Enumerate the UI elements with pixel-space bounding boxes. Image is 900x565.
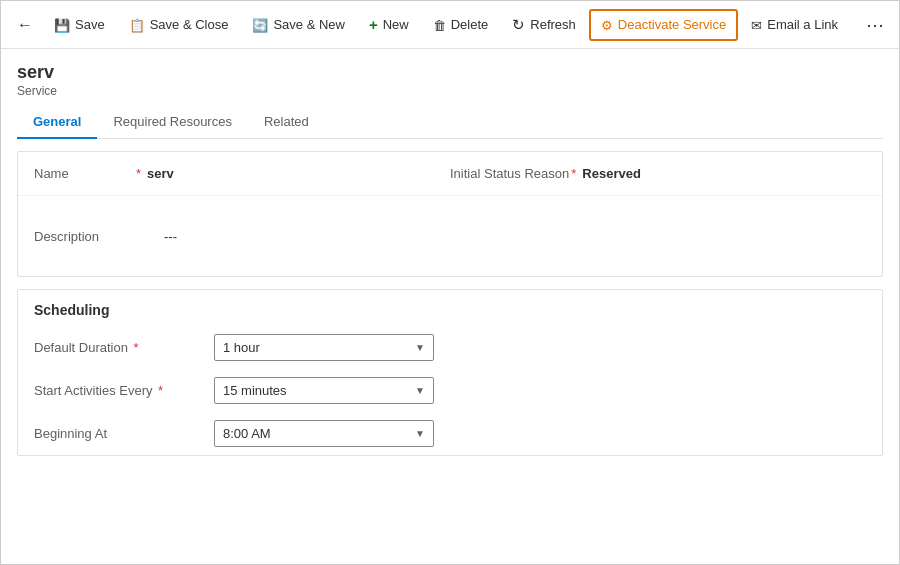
deactivate-button[interactable]: Deactivate Service (589, 9, 738, 41)
default-duration-required: * (134, 340, 139, 355)
beginning-at-control: 8:00 AM ▼ (214, 420, 434, 447)
email-label: Email a Link (767, 17, 838, 32)
save-new-label: Save & New (273, 17, 345, 32)
save-new-icon (252, 17, 268, 33)
beginning-at-label: Beginning At (34, 426, 214, 441)
tab-related[interactable]: Related (248, 106, 325, 139)
default-duration-value: 1 hour (223, 340, 260, 355)
delete-icon (433, 17, 446, 33)
default-duration-arrow: ▼ (415, 342, 425, 353)
tab-general[interactable]: General (17, 106, 97, 139)
scheduling-section: Scheduling Default Duration * 1 hour ▼ S… (17, 289, 883, 456)
new-button[interactable]: New (358, 9, 420, 40)
back-icon (17, 16, 33, 34)
save-close-button[interactable]: Save & Close (118, 10, 240, 40)
app-container: Save Save & Close Save & New New Delete … (0, 0, 900, 565)
general-form-section: Name * serv Initial Status Reason * Rese… (17, 151, 883, 277)
description-value: --- (164, 229, 177, 244)
more-icon: ⋯ (866, 14, 884, 36)
new-label: New (383, 17, 409, 32)
initial-status-label: Initial Status Reason (450, 166, 569, 181)
start-activities-required: * (158, 383, 163, 398)
more-options-button[interactable]: ⋯ (859, 9, 891, 41)
default-duration-control: 1 hour ▼ (214, 334, 434, 361)
save-label: Save (75, 17, 105, 32)
default-duration-dropdown[interactable]: 1 hour ▼ (214, 334, 434, 361)
name-value: serv (147, 166, 174, 181)
default-duration-label: Default Duration * (34, 340, 214, 355)
content-area: serv Service General Required Resources … (1, 49, 899, 564)
back-button[interactable] (9, 9, 41, 41)
tab-required-resources[interactable]: Required Resources (97, 106, 248, 139)
tabs: General Required Resources Related (17, 106, 883, 139)
beginning-at-row: Beginning At 8:00 AM ▼ (18, 412, 882, 455)
save-close-label: Save & Close (150, 17, 229, 32)
start-activities-arrow: ▼ (415, 385, 425, 396)
start-activities-row: Start Activities Every * 15 minutes ▼ (18, 369, 882, 412)
save-icon (54, 17, 70, 33)
start-activities-label: Start Activities Every * (34, 383, 214, 398)
delete-label: Delete (451, 17, 489, 32)
new-icon (369, 16, 378, 33)
refresh-button[interactable]: Refresh (501, 9, 587, 41)
initial-status-col: Initial Status Reason * Reserved (450, 166, 866, 181)
delete-button[interactable]: Delete (422, 10, 500, 40)
description-col-left: Description --- (34, 229, 450, 244)
refresh-label: Refresh (530, 17, 576, 32)
name-row: Name * serv Initial Status Reason * Rese… (18, 152, 882, 196)
save-new-button[interactable]: Save & New (241, 10, 356, 40)
scheduling-title: Scheduling (18, 290, 882, 326)
record-header: serv Service (17, 61, 883, 98)
name-col-left: Name * serv (34, 166, 450, 181)
email-link-button[interactable]: Email a Link (740, 10, 849, 40)
name-label: Name (34, 166, 134, 181)
beginning-at-value: 8:00 AM (223, 426, 271, 441)
beginning-at-dropdown[interactable]: 8:00 AM ▼ (214, 420, 434, 447)
email-icon (751, 17, 762, 33)
deactivate-icon (601, 17, 613, 33)
name-required-star: * (136, 166, 141, 181)
start-activities-control: 15 minutes ▼ (214, 377, 434, 404)
record-type: Service (17, 84, 883, 98)
deactivate-label: Deactivate Service (618, 17, 726, 32)
description-label: Description (34, 229, 134, 244)
default-duration-row: Default Duration * 1 hour ▼ (18, 326, 882, 369)
save-button[interactable]: Save (43, 10, 116, 40)
refresh-icon (512, 16, 525, 34)
start-activities-value: 15 minutes (223, 383, 287, 398)
description-row: Description --- (18, 196, 882, 276)
toolbar: Save Save & Close Save & New New Delete … (1, 1, 899, 49)
initial-status-value: Reserved (582, 166, 641, 181)
initial-status-required-star: * (571, 166, 576, 181)
save-close-icon (129, 17, 145, 33)
start-activities-dropdown[interactable]: 15 minutes ▼ (214, 377, 434, 404)
beginning-at-arrow: ▼ (415, 428, 425, 439)
record-name: serv (17, 61, 883, 84)
